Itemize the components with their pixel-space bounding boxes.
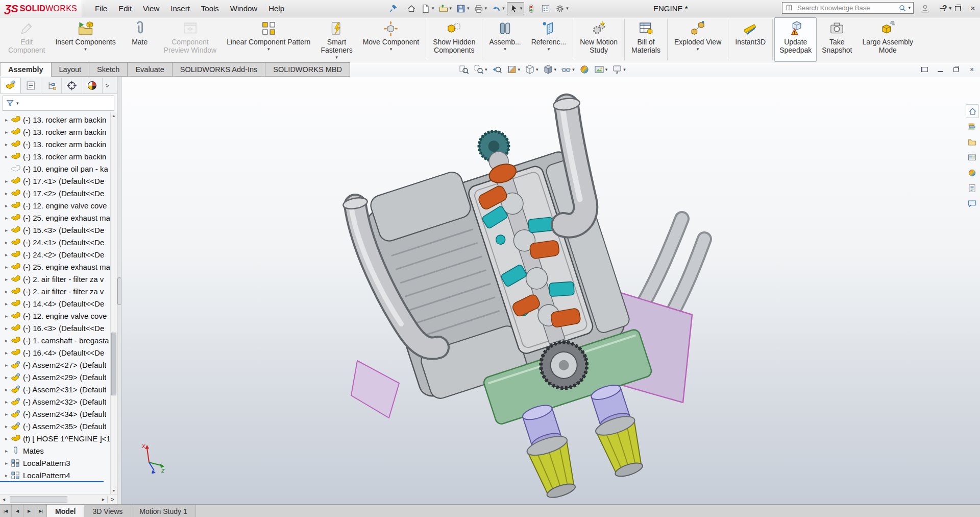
expand-arrow-icon[interactable]: ▸ xyxy=(3,313,10,319)
expand-arrow-icon[interactable]: ▸ xyxy=(3,276,10,282)
file-explorer-button[interactable] xyxy=(966,136,978,149)
tree-item[interactable]: ▸(-) 25. engine exhaust ma xyxy=(0,212,110,224)
exploded-view-dropdown-arrow[interactable]: ▾ xyxy=(697,46,699,52)
new-motion-study-button[interactable]: New MotionStudy xyxy=(575,17,623,62)
tree-item[interactable]: ▸(f) [ HOSE 1^ENGINE ]<1 xyxy=(0,432,110,444)
engine-model[interactable] xyxy=(121,77,980,504)
menu-file[interactable]: File xyxy=(89,0,113,17)
tree-item[interactable]: ▸(-) 1. camshaft - bregasta xyxy=(0,334,110,346)
tree-item[interactable]: ▸(-) Assem2<35> (Default xyxy=(0,420,110,432)
scroll-left-button[interactable]: ◀ xyxy=(0,498,8,502)
panel-tab-properties[interactable] xyxy=(21,78,41,93)
hide-show-items-button[interactable]: ▾ xyxy=(560,64,575,75)
exploded-view-button[interactable]: Exploded View▾ xyxy=(669,17,726,62)
forum-button[interactable] xyxy=(966,197,978,210)
save-dropdown-arrow[interactable]: ▾ xyxy=(467,6,470,11)
options-button[interactable] xyxy=(538,2,553,15)
tree-item[interactable]: ▸(-) 17.<2> (Default<<De xyxy=(0,187,110,199)
apply-scene-button[interactable]: ▾ xyxy=(594,64,608,75)
linear-pattern-button[interactable]: Linear Component Pattern▾ xyxy=(222,17,315,62)
panel-tab-dimxpert[interactable] xyxy=(62,78,82,93)
zoom-area-button[interactable]: ▾ xyxy=(473,64,488,75)
tree-item[interactable]: ▸(-) 12. engine valve cove xyxy=(0,310,110,322)
tree-item[interactable]: ▸(-) 12. engine valve cove xyxy=(0,199,110,212)
traffic-light-button[interactable] xyxy=(524,2,538,15)
panel-tabs-overflow-button[interactable]: > xyxy=(103,78,112,93)
section-view-dropdown-arrow[interactable]: ▾ xyxy=(518,67,521,72)
open-dropdown-arrow[interactable]: ▾ xyxy=(450,6,452,11)
move-component-button[interactable]: Move Component▾ xyxy=(358,17,425,62)
prev-tab-button[interactable]: ◀ xyxy=(12,505,23,517)
expand-arrow-icon[interactable]: ▸ xyxy=(3,350,10,356)
assembly-features-button[interactable]: Assemb...▾ xyxy=(484,17,526,62)
expand-arrow-icon[interactable]: ▸ xyxy=(3,362,10,368)
restore-button[interactable] xyxy=(953,5,962,13)
hide-show-items-dropdown-arrow[interactable]: ▾ xyxy=(572,67,575,72)
zoom-area-dropdown-arrow[interactable]: ▾ xyxy=(485,67,487,72)
tree-vertical-scrollbar[interactable]: ▲ ▼ xyxy=(110,112,117,494)
update-speedpak-button[interactable]: UpdateSpeedpak xyxy=(774,17,817,62)
home-button[interactable] xyxy=(404,2,419,15)
last-tab-button[interactable]: ▶| xyxy=(35,505,47,517)
close-button[interactable]: × xyxy=(969,5,977,13)
tree-item[interactable]: ▸(-) 24.<1> (Default<<De xyxy=(0,236,110,248)
panel-splitter[interactable] xyxy=(117,77,121,504)
expand-arrow-icon[interactable]: ▸ xyxy=(3,374,10,380)
settings-dropdown-arrow[interactable]: ▾ xyxy=(566,6,569,11)
apply-scene-dropdown-arrow[interactable]: ▾ xyxy=(605,67,608,72)
expand-arrow-icon[interactable]: ▸ xyxy=(3,473,10,478)
graphics-area[interactable]: x z xyxy=(121,77,980,504)
expand-arrow-icon[interactable]: ▸ xyxy=(3,227,10,233)
custom-properties-button[interactable] xyxy=(966,182,978,195)
undo-button[interactable]: ▾ xyxy=(489,2,507,15)
instant3d-button[interactable]: Instant3D xyxy=(730,17,771,62)
select-button[interactable]: ▾ xyxy=(507,2,525,15)
move-component-dropdown-arrow[interactable]: ▾ xyxy=(390,46,393,52)
expand-arrow-icon[interactable]: ▸ xyxy=(3,301,10,307)
pin-menu-icon[interactable] xyxy=(389,4,398,13)
expand-arrow-icon[interactable]: ▸ xyxy=(3,460,10,466)
tree-item[interactable]: ▸(-) 16.<3> (Default<<De xyxy=(0,322,110,334)
previous-view-button[interactable] xyxy=(492,64,503,75)
splitter-grip[interactable] xyxy=(117,277,121,305)
linear-pattern-dropdown-arrow[interactable]: ▾ xyxy=(267,46,270,52)
expand-arrow-icon[interactable]: ▸ xyxy=(3,117,10,123)
panel-tab-features[interactable] xyxy=(0,78,21,93)
tree-item[interactable]: ▸(-) Assem2<34> (Default xyxy=(0,408,110,420)
minimize-button[interactable] xyxy=(938,5,946,13)
next-tab-button[interactable]: ▶ xyxy=(23,505,35,517)
scroll-down-icon[interactable]: ▼ xyxy=(112,487,116,494)
expand-arrow-icon[interactable]: ▸ xyxy=(3,191,10,196)
select-dropdown-arrow[interactable]: ▾ xyxy=(520,6,523,11)
expand-arrow-icon[interactable]: ▸ xyxy=(3,264,10,270)
view-orientation-button[interactable]: ▾ xyxy=(524,64,539,75)
take-snapshot-button[interactable]: TakeSnapshot xyxy=(817,17,857,62)
menu-window[interactable]: Window xyxy=(225,0,263,17)
user-account-icon[interactable] xyxy=(920,4,930,13)
insert-components-button[interactable]: Insert Components▾ xyxy=(50,17,120,62)
open-button[interactable]: ▾ xyxy=(436,2,454,15)
tree-item[interactable]: ▸Mates xyxy=(0,444,110,457)
tree-item[interactable]: ▸(-) Assem2<29> (Default xyxy=(0,371,110,383)
display-style-dropdown-arrow[interactable]: ▾ xyxy=(554,67,557,72)
new-document-dropdown-arrow[interactable]: ▾ xyxy=(432,6,434,11)
save-button[interactable]: ▾ xyxy=(454,2,472,15)
expand-arrow-icon[interactable]: ▸ xyxy=(3,338,10,343)
edit-appearance-button[interactable] xyxy=(579,64,590,75)
expand-arrow-icon[interactable]: ▸ xyxy=(3,399,10,405)
tree-item[interactable]: ▸(-) 13. rocker arm backin xyxy=(0,150,110,162)
view-palette-button[interactable] xyxy=(966,151,978,164)
search-input[interactable] xyxy=(796,4,897,12)
tree-item[interactable]: ▸(-) 15.<3> (Default<<De xyxy=(0,224,110,236)
zoom-fit-button[interactable] xyxy=(458,64,470,75)
view-settings-dropdown-arrow[interactable]: ▾ xyxy=(623,67,626,72)
bill-of-materials-button[interactable]: Bill ofMaterials xyxy=(626,17,666,62)
tab-solidworks-mbd[interactable]: SOLIDWORKS MBD xyxy=(265,62,350,77)
expand-arrow-icon[interactable]: ▸ xyxy=(3,252,10,257)
expand-arrow-icon[interactable]: ▸ xyxy=(3,436,10,441)
expand-arrow-icon[interactable]: ▸ xyxy=(3,325,10,331)
scroll-up-icon[interactable]: ▲ xyxy=(112,112,116,119)
assembly-features-dropdown-arrow[interactable]: ▾ xyxy=(504,46,506,52)
undo-dropdown-arrow[interactable]: ▾ xyxy=(502,6,505,11)
tree-item[interactable]: ▸(-) 14.<4> (Default<<De xyxy=(0,297,110,310)
